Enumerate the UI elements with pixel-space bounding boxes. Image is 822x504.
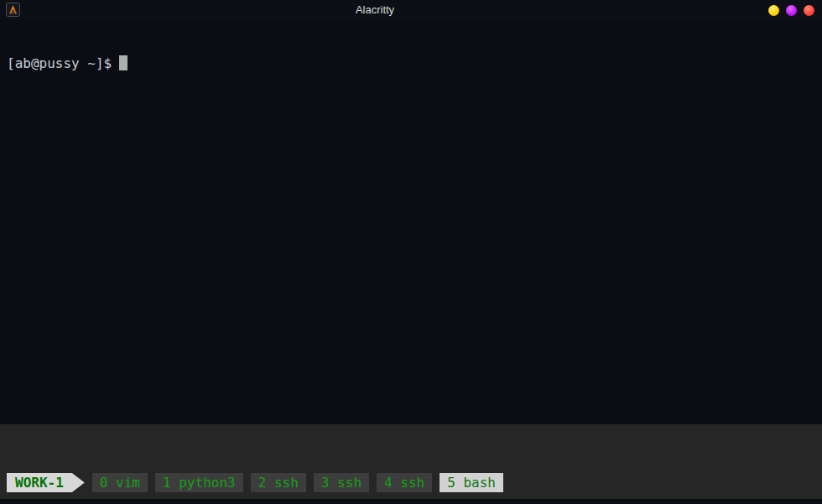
close-button[interactable] — [804, 5, 814, 16]
tab-window-0[interactable]: 0 vim — [92, 473, 148, 492]
window-controls — [768, 5, 814, 16]
tab-window-5[interactable]: 5 bash — [440, 473, 503, 492]
shell-prompt: [ab@pussy ~]$ — [7, 55, 112, 71]
tab-window-3[interactable]: 3 ssh — [314, 473, 369, 492]
minimize-button[interactable] — [768, 5, 779, 16]
shell-prompt-line: [ab@pussy ~]$ — [7, 55, 815, 72]
terminal-screen[interactable]: [ab@pussy ~]$ — [0, 20, 822, 424]
tab-window-1[interactable]: 1 python3 — [155, 473, 243, 492]
session-badge[interactable]: WORK-1 — [7, 473, 72, 492]
maximize-button[interactable] — [786, 5, 797, 16]
tmux-statusbar: WORK-1 0 vim 1 python3 2 ssh 3 ssh 4 ssh… — [0, 424, 822, 499]
terminal-cursor — [119, 55, 127, 70]
window-title: Alacritty — [0, 0, 750, 20]
session-arrow-icon — [72, 473, 85, 492]
window-titlebar[interactable]: Alacritty — [0, 0, 822, 20]
tab-window-4[interactable]: 4 ssh — [377, 473, 432, 492]
tab-window-2[interactable]: 2 ssh — [251, 473, 306, 492]
tmux-window-list: WORK-1 0 vim 1 python3 2 ssh 3 ssh 4 ssh… — [0, 472, 822, 493]
